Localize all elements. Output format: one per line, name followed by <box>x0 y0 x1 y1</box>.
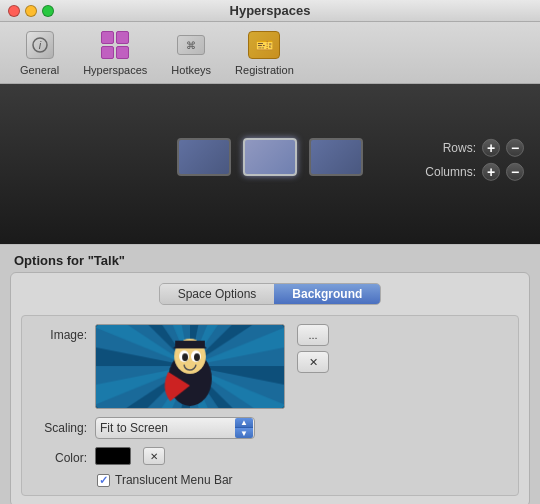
registration-icon: 🎫 <box>248 29 280 61</box>
scaling-select[interactable]: Fit to Screen Fill Screen Center Tile St… <box>95 417 255 439</box>
translucent-label: Translucent Menu Bar <box>115 473 233 487</box>
toolbar-hotkeys[interactable]: ⌘ Hotkeys <box>163 25 219 80</box>
maximize-button[interactable] <box>42 5 54 17</box>
browse-button[interactable]: ... <box>297 324 329 346</box>
window-title: Hyperspaces <box>230 3 311 18</box>
background-content: Image: ... ✕ Scaling: Fit to Screen Fill… <box>21 315 519 496</box>
spaces-area: Rows: + − Columns: + − <box>0 84 540 244</box>
columns-label: Columns: <box>421 165 476 179</box>
traffic-lights <box>8 5 54 17</box>
scaling-label: Scaling: <box>32 417 87 435</box>
general-icon: i <box>24 29 56 61</box>
tab-background[interactable]: Background <box>274 284 380 304</box>
general-label: General <box>20 64 59 76</box>
space-thumb-1[interactable] <box>177 138 231 176</box>
remove-image-button[interactable]: ✕ <box>297 351 329 373</box>
columns-increase-button[interactable]: + <box>482 163 500 181</box>
image-row: Image: ... ✕ <box>32 324 508 409</box>
columns-control: Columns: + − <box>421 163 524 181</box>
toolbar-hyperspaces[interactable]: Hyperspaces <box>75 25 155 80</box>
titlebar: Hyperspaces <box>0 0 540 22</box>
color-row: Color: ✕ <box>32 447 508 465</box>
hyperspaces-icon <box>99 29 131 61</box>
image-preview <box>95 324 285 409</box>
svg-text:i: i <box>38 39 41 51</box>
options-header: Options for "Talk" <box>0 245 540 272</box>
color-label: Color: <box>32 447 87 465</box>
space-thumb-3[interactable] <box>309 138 363 176</box>
options-panel: Options for "Talk" Space Options Backgro… <box>0 244 540 504</box>
close-button[interactable] <box>8 5 20 17</box>
tab-group: Space Options Background <box>159 283 382 305</box>
clear-color-button[interactable]: ✕ <box>143 447 165 465</box>
hyperspaces-label: Hyperspaces <box>83 64 147 76</box>
minimize-button[interactable] <box>25 5 37 17</box>
rows-increase-button[interactable]: + <box>482 139 500 157</box>
hotkeys-label: Hotkeys <box>171 64 211 76</box>
translucent-row: ✓ Translucent Menu Bar <box>97 473 508 487</box>
hotkeys-icon: ⌘ <box>175 29 207 61</box>
toolbar-general[interactable]: i General <box>12 25 67 80</box>
rows-decrease-button[interactable]: − <box>506 139 524 157</box>
rows-label: Rows: <box>421 141 476 155</box>
rows-control: Rows: + − <box>421 139 524 157</box>
toolbar: i General Hyperspaces ⌘ Hotkeys 🎫 Regist… <box>0 22 540 84</box>
scaling-select-wrapper: Fit to Screen Fill Screen Center Tile St… <box>95 417 255 439</box>
columns-decrease-button[interactable]: − <box>506 163 524 181</box>
image-buttons: ... ✕ <box>297 324 329 373</box>
image-label: Image: <box>32 324 87 342</box>
tab-bar: Space Options Background <box>21 283 519 305</box>
color-swatch[interactable] <box>95 447 131 465</box>
space-thumb-2[interactable] <box>243 138 297 176</box>
checkmark-icon: ✓ <box>99 475 108 486</box>
toolbar-registration[interactable]: 🎫 Registration <box>227 25 302 80</box>
scaling-row: Scaling: Fit to Screen Fill Screen Cente… <box>32 417 508 439</box>
translucent-checkbox[interactable]: ✓ <box>97 474 110 487</box>
tab-space-options[interactable]: Space Options <box>160 284 275 304</box>
options-inner: Space Options Background Image: ... ✕ Sc… <box>10 272 530 504</box>
rc-controls: Rows: + − Columns: + − <box>421 139 524 181</box>
spaces-thumbnails <box>177 138 363 176</box>
registration-label: Registration <box>235 64 294 76</box>
